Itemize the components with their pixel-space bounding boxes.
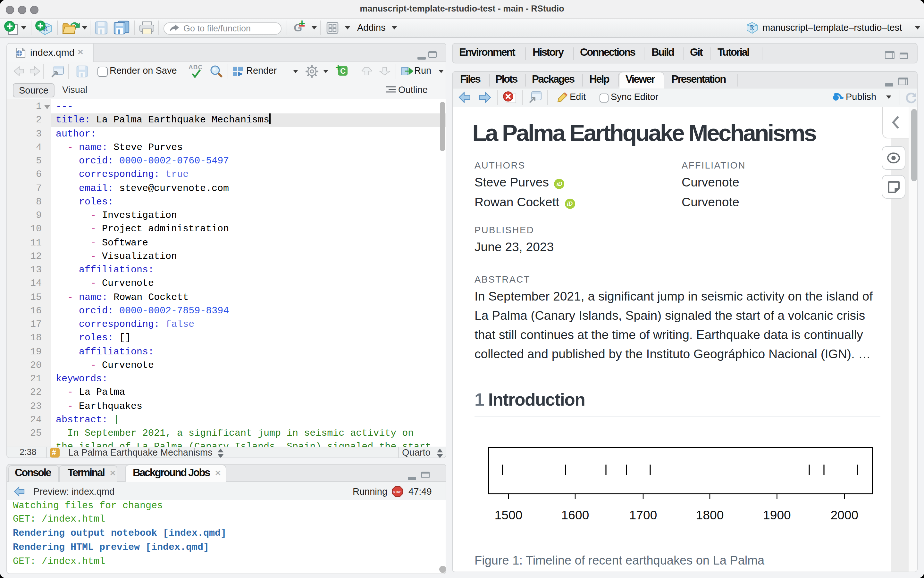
svg-text:1700: 1700 xyxy=(630,508,657,521)
svg-text:1600: 1600 xyxy=(561,508,589,521)
svg-text:1500: 1500 xyxy=(495,508,522,521)
svg-text:1900: 1900 xyxy=(763,508,791,521)
svg-text:R: R xyxy=(750,24,755,31)
svg-text:STOP: STOP xyxy=(394,490,402,494)
svg-text:1800: 1800 xyxy=(696,508,724,521)
svg-text:2000: 2000 xyxy=(830,508,858,521)
